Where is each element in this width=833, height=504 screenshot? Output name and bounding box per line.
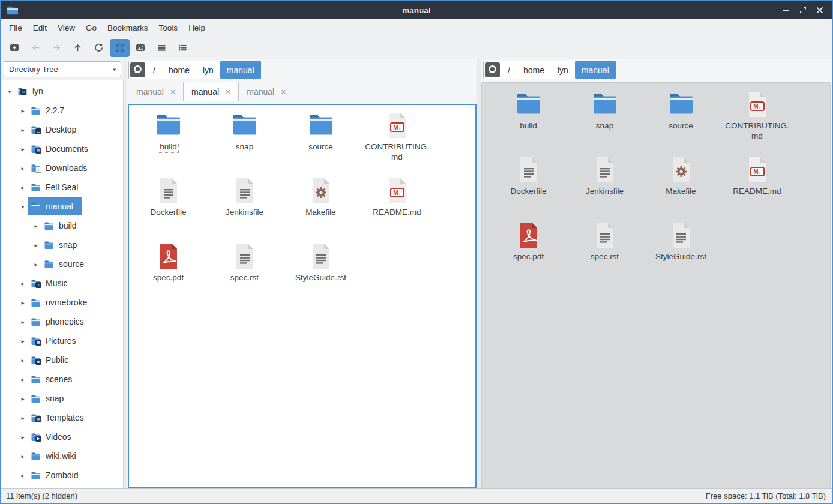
tree-item-manual[interactable]: ▾manual [1, 197, 123, 216]
expand-arrow-icon[interactable]: ▸ [18, 165, 28, 172]
tree-item-videos[interactable]: ▸▶Videos [1, 427, 123, 446]
tab-close-icon[interactable]: × [226, 87, 230, 97]
collapse-arrow-icon[interactable]: ▾ [5, 88, 14, 95]
file-item-makefile[interactable]: Makefile [643, 154, 719, 220]
expand-arrow-icon[interactable]: ▸ [18, 299, 28, 306]
tree-item-desktop[interactable]: ▸▭Desktop [1, 120, 123, 139]
file-item-jenkinsfile[interactable]: Jenkinsfile [567, 154, 643, 220]
crumb-[interactable]: / [146, 61, 162, 79]
file-item-jenkinsfile[interactable]: Jenkinsfile [206, 175, 283, 241]
file-item-source[interactable]: source [643, 89, 719, 154]
expand-arrow-icon[interactable]: ▸ [18, 376, 28, 383]
sidebar-mode-select[interactable]: Directory Tree ▾ [4, 61, 121, 77]
crumb-[interactable]: / [501, 61, 517, 79]
expand-arrow-icon[interactable]: ▸ [18, 338, 28, 344]
file-item-spec-rst[interactable]: spec.rst [206, 241, 283, 306]
tree-item-zomboid[interactable]: ▸Zomboid [1, 466, 123, 485]
directory-tree[interactable]: ▾⌂lyn▸2.2.7▸▭Desktop▸▤Documents▸↓Downloa… [1, 80, 124, 488]
file-item-readme-md[interactable]: M↓README.md [359, 175, 435, 241]
expand-arrow-icon[interactable]: ▸ [18, 472, 28, 479]
tab-manual[interactable]: manual× [239, 83, 293, 101]
menu-item-help[interactable]: Help [183, 21, 211, 35]
file-item-source[interactable]: source [283, 110, 359, 175]
tree-item-fell-seal[interactable]: ▸Fell Seal [1, 178, 123, 197]
file-item-contributing-md[interactable]: M↓CONTRIBUTING.md [719, 89, 795, 154]
tree-item-public[interactable]: ▸☻Public [1, 350, 123, 370]
menu-item-file[interactable]: File [4, 21, 28, 35]
file-item-contributing-md[interactable]: M↓CONTRIBUTING.md [359, 110, 435, 175]
expand-arrow-icon[interactable]: ▸ [18, 357, 28, 364]
expand-arrow-icon[interactable]: ▸ [18, 107, 28, 114]
tree-item-wiki-wiki[interactable]: ▸wiki.wiki [1, 446, 123, 466]
expand-arrow-icon[interactable]: ▸ [31, 261, 41, 268]
maximize-button[interactable] [797, 4, 809, 16]
crumb-home[interactable]: home [517, 61, 551, 79]
right-file-view[interactable]: buildsnapsourceM↓CONTRIBUTING.mdDockerfi… [481, 82, 831, 488]
menu-item-go[interactable]: Go [80, 21, 102, 35]
file-item-spec-rst[interactable]: spec.rst [567, 220, 643, 285]
left-file-view[interactable]: buildsnapsourceM↓CONTRIBUTING.mdDockerfi… [128, 104, 477, 488]
tree-item-build[interactable]: ▸build [1, 216, 123, 235]
tree-item-lyn[interactable]: ▾⌂lyn [1, 82, 123, 101]
file-item-styleguide-rst[interactable]: StyleGuide.rst [283, 241, 359, 306]
expand-arrow-icon[interactable]: ▸ [18, 184, 28, 191]
disk-icon[interactable] [130, 62, 146, 78]
toolbar-reload-button[interactable] [89, 39, 109, 57]
tree-item-downloads[interactable]: ▸↓Downloads [1, 158, 123, 178]
file-item-snap[interactable]: snap [206, 110, 283, 175]
toolbar-detailed-view-button[interactable] [173, 39, 193, 57]
tree-item-2-2-7[interactable]: ▸2.2.7 [1, 101, 123, 120]
toolbar-up-button[interactable] [68, 39, 88, 57]
file-item-makefile[interactable]: Makefile [283, 175, 359, 241]
toolbar-thumbnail-view-button[interactable] [131, 39, 151, 57]
titlebar[interactable]: manual [1, 1, 832, 19]
expand-arrow-icon[interactable]: ▸ [18, 453, 28, 460]
toolbar-compact-view-button[interactable] [152, 39, 172, 57]
tree-item-snap[interactable]: ▸snap [1, 389, 123, 408]
expand-arrow-icon[interactable]: ▸ [18, 280, 28, 287]
toolbar-back-button[interactable] [26, 39, 46, 57]
menu-item-bookmarks[interactable]: Bookmarks [102, 21, 154, 35]
file-item-dockerfile[interactable]: Dockerfile [130, 175, 206, 241]
expand-arrow-icon[interactable]: ▸ [31, 242, 41, 248]
file-item-spec-pdf[interactable]: spec.pdf [130, 241, 206, 306]
toolbar-icon-view-button[interactable] [110, 39, 130, 57]
menu-item-view[interactable]: View [52, 21, 80, 35]
toolbar-forward-button[interactable] [47, 39, 67, 57]
menu-item-tools[interactable]: Tools [154, 21, 184, 35]
tree-item-documents[interactable]: ▸▤Documents [1, 139, 123, 158]
expand-arrow-icon[interactable]: ▸ [18, 146, 28, 152]
close-button[interactable] [814, 4, 826, 16]
tree-item-scenes[interactable]: ▸scenes [1, 370, 123, 389]
tab-manual[interactable]: manual× [128, 83, 183, 101]
tab-close-icon[interactable]: × [281, 87, 286, 97]
collapse-arrow-icon[interactable]: ▾ [18, 203, 28, 210]
toolbar-new-tab-button[interactable] [5, 39, 25, 57]
expand-arrow-icon[interactable]: ▸ [18, 434, 28, 440]
tab-close-icon[interactable]: × [170, 87, 175, 97]
expand-arrow-icon[interactable]: ▸ [31, 223, 41, 229]
file-item-readme-md[interactable]: M↓README.md [719, 154, 795, 220]
tree-item-source[interactable]: ▸source [1, 254, 123, 274]
expand-arrow-icon[interactable]: ▸ [18, 127, 28, 133]
crumb-home[interactable]: home [162, 61, 196, 79]
tree-item-templates[interactable]: ▸▤Templates [1, 408, 123, 427]
tab-manual[interactable]: manual× [183, 82, 239, 101]
minimize-button[interactable] [780, 4, 792, 16]
tree-item-music[interactable]: ▸♪Music [1, 274, 123, 293]
file-item-build[interactable]: build [490, 89, 567, 154]
file-item-spec-pdf[interactable]: spec.pdf [490, 220, 567, 285]
pane-splitter[interactable] [477, 59, 481, 488]
expand-arrow-icon[interactable]: ▸ [18, 415, 28, 421]
disk-icon[interactable] [484, 62, 501, 78]
tree-item-pictures[interactable]: ▸▦Pictures [1, 331, 123, 350]
file-item-snap[interactable]: snap [567, 89, 643, 154]
crumb-lyn[interactable]: lyn [551, 61, 575, 79]
file-item-build[interactable]: build [130, 110, 206, 175]
file-item-styleguide-rst[interactable]: StyleGuide.rst [643, 220, 719, 285]
expand-arrow-icon[interactable]: ▸ [18, 395, 28, 402]
tree-item-phonepics[interactable]: ▸phonepics [1, 312, 123, 331]
crumb-manual[interactable]: manual [220, 61, 261, 79]
expand-arrow-icon[interactable]: ▸ [18, 319, 28, 325]
crumb-lyn[interactable]: lyn [196, 61, 220, 79]
